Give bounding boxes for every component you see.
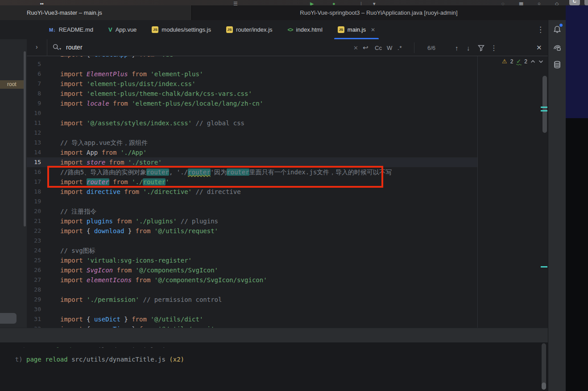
project-panel: root bbox=[0, 39, 27, 328]
line-number: 12 bbox=[27, 128, 41, 138]
line-number: 28 bbox=[27, 285, 41, 295]
console-line-clipped: ) page reload src/utils/dynamicTitle.js bbox=[0, 343, 357, 348]
database-icon[interactable] bbox=[552, 60, 562, 70]
js-file-icon: JS bbox=[152, 26, 158, 33]
close-tab-icon[interactable]: ✕ bbox=[371, 27, 375, 33]
code-text: import { parseTime } from '@/utils/ruoyi… bbox=[60, 324, 215, 328]
partial-app-button[interactable] bbox=[584, 0, 588, 5]
code-text: import App from './App' bbox=[60, 148, 147, 157]
c-app-button[interactable]: C bbox=[569, 0, 580, 5]
clear-search-icon[interactable]: ✕ bbox=[353, 39, 358, 56]
prev-problem-chevron-icon[interactable] bbox=[530, 58, 535, 65]
line-number: 24 bbox=[27, 246, 41, 255]
run-panel-header bbox=[0, 328, 548, 342]
code-text: import directive from './directive' // d… bbox=[60, 187, 241, 197]
file-tab-router-index-js[interactable]: JSrouter/index.js bbox=[221, 20, 278, 39]
line-number: 14 bbox=[27, 148, 41, 157]
menubar-strip: ▪▪ ☰ ▶ ● | ▾ ◌ ▦ ○ ◇ bbox=[0, 0, 566, 5]
file-tab-label: main.js bbox=[348, 26, 366, 33]
window-tab-inactive[interactable]: RuoYi-Vue-springboot3 – RuoYiApplication… bbox=[192, 5, 566, 20]
project-scrollbar[interactable] bbox=[24, 51, 26, 226]
search-options-kebab-icon[interactable]: ⋮ bbox=[490, 39, 497, 56]
whole-words-toggle[interactable]: W bbox=[387, 39, 392, 56]
previous-match-button[interactable]: ↑ bbox=[455, 39, 459, 56]
search-icon[interactable]: ○ bbox=[538, 1, 541, 5]
console-scrollbar-thumb[interactable] bbox=[542, 383, 546, 390]
floating-handle[interactable] bbox=[0, 313, 17, 324]
run-console[interactable]: ) page reload src/utils/dynamicTitle.js … bbox=[0, 342, 548, 391]
search-match-stripe[interactable] bbox=[541, 110, 547, 111]
inspections-widget[interactable]: ⚠ 2 ✓ 2 bbox=[502, 58, 543, 65]
line-number: 8 bbox=[27, 89, 41, 99]
shield-icon[interactable]: ◇ bbox=[555, 1, 559, 5]
file-tab-label: modules/settings.js bbox=[161, 26, 211, 33]
code-text: import SvgIcon from '@/components/SvgIco… bbox=[60, 265, 218, 275]
file-tab-modules-settings-js[interactable]: JSmodules/settings.js bbox=[146, 20, 216, 39]
editor-lines[interactable]: 4import { createApp } from 'vue'56import… bbox=[27, 56, 548, 328]
js-file-icon: JS bbox=[226, 26, 233, 33]
close-search-icon[interactable]: ✕ bbox=[536, 39, 542, 56]
newline-icon[interactable]: ↩ bbox=[363, 39, 369, 56]
tab-options-kebab-icon[interactable]: ⋮ bbox=[537, 25, 544, 34]
line-number: 13 bbox=[27, 138, 41, 148]
code-text: import { createApp } from 'vue' bbox=[60, 56, 177, 59]
code-text: import 'element-plus/theme-chalk/dark/cs… bbox=[60, 89, 252, 99]
filter-icon[interactable] bbox=[478, 39, 484, 56]
notifications-bell-icon[interactable] bbox=[552, 25, 562, 34]
editor-scrollbar[interactable] bbox=[542, 76, 547, 133]
search-input[interactable]: router bbox=[66, 44, 83, 51]
search-match-stripe[interactable] bbox=[541, 266, 547, 268]
background-window bbox=[566, 5, 588, 118]
right-tool-strip bbox=[548, 20, 566, 391]
notification-dot bbox=[559, 24, 563, 27]
search-history-arrow-icon[interactable]: ▾ bbox=[59, 47, 61, 51]
menu-icon[interactable]: ☰ bbox=[233, 1, 238, 5]
chevron-down-icon[interactable]: ▾ bbox=[373, 1, 376, 5]
code-text: // 导入app.vue文件，跟组件 bbox=[60, 138, 148, 148]
ai-assistant-icon[interactable] bbox=[552, 42, 562, 52]
line-number: 10 bbox=[27, 108, 41, 118]
debug-icon[interactable]: ● bbox=[332, 1, 335, 5]
window-tab-active[interactable]: RuoYi-Vue3-master – main.js bbox=[0, 5, 192, 20]
line-number: 20 bbox=[27, 206, 41, 216]
next-match-button[interactable]: ↓ bbox=[467, 39, 470, 56]
line-number: 9 bbox=[27, 99, 41, 108]
regex-toggle[interactable]: .* bbox=[398, 39, 402, 56]
search-panel: › ▾ router ✕ ↩ Cc W .* 6/6 ↑ ↓ ⋮ ✕ bbox=[27, 39, 548, 56]
grid-icon[interactable]: ▦ bbox=[519, 1, 523, 5]
next-problem-chevron-icon[interactable] bbox=[538, 58, 543, 65]
line-number: 27 bbox=[27, 275, 41, 285]
project-tree-item-root[interactable]: root bbox=[0, 80, 25, 89]
markdown-file-icon: M↓ bbox=[49, 27, 56, 33]
file-tab-main-js[interactable]: JSmain.js✕ bbox=[332, 20, 381, 39]
file-tab-label: index.html bbox=[296, 26, 323, 33]
code-text: // svg图标 bbox=[60, 246, 95, 255]
file-tab-app-vue[interactable]: VApp.vue bbox=[103, 20, 142, 39]
divider bbox=[47, 39, 47, 56]
file-tab-index-html[interactable]: <>index.html bbox=[282, 20, 328, 39]
run-icon[interactable]: ▶ bbox=[310, 1, 314, 5]
file-tab-readme-md[interactable]: M↓README.md bbox=[44, 20, 99, 39]
line-number: 25 bbox=[27, 255, 41, 265]
line-number: 16 bbox=[27, 167, 41, 177]
vue-file-icon: V bbox=[108, 26, 112, 33]
console-scrollbar[interactable] bbox=[542, 343, 546, 390]
match-case-toggle[interactable]: Cc bbox=[375, 39, 382, 56]
divider-glyph: | bbox=[360, 1, 362, 5]
check-icon: ✓ bbox=[516, 58, 521, 65]
js-file-icon: JS bbox=[338, 26, 344, 33]
code-text: import locale from 'element-plus/es/loca… bbox=[60, 99, 263, 108]
code-text: import 'virtual:svg-icons-register' bbox=[60, 255, 192, 265]
line-number: 17 bbox=[27, 177, 41, 187]
line-number: 30 bbox=[27, 305, 41, 314]
search-icon[interactable]: ▾ bbox=[53, 44, 59, 52]
desktop-background bbox=[566, 118, 588, 391]
line-number: 29 bbox=[27, 295, 41, 305]
expand-search-chevron-icon[interactable]: › bbox=[36, 43, 38, 50]
search-match-stripe[interactable] bbox=[541, 107, 547, 108]
code-text: import ElementPlus from 'element-plus' bbox=[60, 69, 203, 79]
line-number: 7 bbox=[27, 79, 41, 89]
file-tab-label: App.vue bbox=[116, 26, 137, 33]
code-text: import plugins from './plugins' // plugi… bbox=[60, 216, 218, 226]
refresh-icon[interactable]: ◌ bbox=[501, 1, 505, 5]
